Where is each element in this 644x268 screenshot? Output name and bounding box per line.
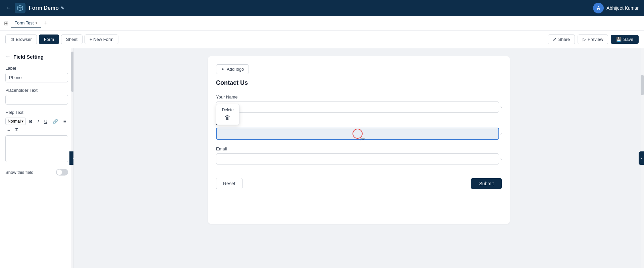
toolbar: ⊡ Browser Form Sheet + New Form ⤢ Share … <box>0 31 644 48</box>
avatar: A <box>593 3 604 13</box>
show-field-label: Show this field <box>5 170 34 175</box>
delete-popup-icon[interactable]: 🗑 <box>225 114 231 121</box>
cursor-pointer-icon: ☞ <box>360 136 365 143</box>
form-bottom: Reset Submit <box>216 178 502 189</box>
save-label: Save <box>623 37 633 42</box>
your-name-input[interactable] <box>216 102 499 113</box>
preview-label: Preview <box>588 37 603 42</box>
placeholder-section: Placeholder Text <box>5 88 68 110</box>
add-tab-button[interactable]: + <box>42 18 50 28</box>
toolbar-left: ⊡ Browser Form Sheet + New Form <box>5 35 118 44</box>
delete-popup: Delete 🗑 <box>216 104 239 125</box>
form-row-your-name: Your Name › <box>216 94 502 113</box>
form-title: Contact Us <box>216 79 502 86</box>
field-setting-header: ← Field Setting <box>5 54 68 60</box>
label-section: Label <box>5 66 68 88</box>
logo-icon: ✦ <box>221 67 225 72</box>
app-logo <box>15 3 25 13</box>
title-text: Form Demo <box>29 5 59 11</box>
tab-form-test[interactable]: Form Test ▾ <box>11 18 41 28</box>
submit-button[interactable]: Submit <box>471 178 502 189</box>
field-setting-title: Field Setting <box>13 54 44 60</box>
phone-arrow-icon[interactable]: › <box>500 131 502 136</box>
form-row-phone: Delete 🗑 Phone ☞ › <box>216 121 502 140</box>
label-input[interactable] <box>5 73 68 82</box>
toggle-thumb <box>57 170 62 175</box>
app-title: Form Demo ✎ <box>29 5 64 11</box>
save-icon: 💾 <box>616 37 622 42</box>
phone-label: Phone <box>216 121 502 126</box>
phone-input-wrap: ☞ › <box>216 128 502 140</box>
top-bar-right: A Abhijeet Kumar <box>593 3 639 13</box>
help-text-label: Help Text <box>5 110 68 115</box>
ordered-list-button[interactable]: ≡ <box>61 118 68 125</box>
canvas-scrollbar-thumb <box>641 75 644 95</box>
add-logo-button[interactable]: ✦ Add logo <box>216 64 249 74</box>
tab-bar: ⊞ Form Test ▾ + <box>0 16 644 31</box>
edit-title-icon[interactable]: ✎ <box>61 6 64 11</box>
italic-button[interactable]: I <box>36 118 41 125</box>
new-form-label: + New Form <box>90 37 113 42</box>
browser-button[interactable]: ⊡ Browser <box>5 35 37 44</box>
placeholder-field-label: Placeholder Text <box>5 88 68 93</box>
share-label: Share <box>558 37 570 42</box>
browser-label: Browser <box>16 37 32 42</box>
format-chevron-icon: ▾ <box>21 119 23 124</box>
left-sidebar: ← Field Setting Label Placeholder Text H… <box>0 48 74 268</box>
help-text-toolbar: Normal ▾ B I U 🔗 ≡ ≡ T̶ <box>5 118 68 133</box>
form-canvas: ✦ Add logo Contact Us Your Name › Delete… <box>74 48 644 268</box>
toolbar-right: ⤢ Share ▷ Preview 💾 Save <box>548 35 639 44</box>
top-bar-left: ← Form Demo ✎ <box>5 3 64 13</box>
help-text-section: Help Text Normal ▾ B I U 🔗 ≡ ≡ T̶ <box>5 110 68 163</box>
tab-label: Form Test <box>14 20 34 25</box>
preview-icon: ▷ <box>583 37 586 42</box>
email-arrow-icon[interactable]: › <box>500 157 502 161</box>
delete-popup-label: Delete <box>222 108 234 112</box>
new-form-button[interactable]: + New Form <box>85 35 118 44</box>
email-input[interactable] <box>216 153 499 164</box>
sidebar-scrollbar-thumb <box>71 52 74 92</box>
sidebar-collapse-handle[interactable]: ‹ <box>69 151 74 165</box>
form-button[interactable]: Form <box>39 35 59 44</box>
label-field-label: Label <box>5 66 68 71</box>
email-label: Email <box>216 146 502 151</box>
main-layout: ← Field Setting Label Placeholder Text H… <box>0 48 644 268</box>
placeholder-input[interactable] <box>5 95 68 105</box>
format-select-value: Normal <box>8 119 21 124</box>
bold-button[interactable]: B <box>27 118 34 125</box>
preview-button[interactable]: ▷ Preview <box>578 35 608 44</box>
unordered-list-button[interactable]: ≡ <box>5 126 12 133</box>
field-setting-back[interactable]: ← <box>5 54 11 60</box>
browser-icon: ⊡ <box>10 37 14 42</box>
underline-button[interactable]: U <box>42 118 49 125</box>
email-input-wrap: › <box>216 153 502 164</box>
form-panel: ✦ Add logo Contact Us Your Name › Delete… <box>208 56 510 224</box>
add-logo-label: Add logo <box>227 67 244 72</box>
grid-icon[interactable]: ⊞ <box>4 20 8 26</box>
right-panel-handle[interactable]: › <box>639 151 644 165</box>
show-field-row: Show this field <box>5 169 68 176</box>
sheet-label: Sheet <box>66 37 77 42</box>
your-name-input-wrap: › <box>216 102 502 113</box>
sheet-button[interactable]: Sheet <box>61 35 83 44</box>
your-name-label: Your Name <box>216 94 502 99</box>
clear-format-button[interactable]: T̶ <box>13 126 20 133</box>
form-row-email: Email › <box>216 146 502 164</box>
link-button[interactable]: 🔗 <box>51 118 60 125</box>
form-label: Form <box>44 37 54 42</box>
your-name-arrow-icon[interactable]: › <box>500 105 502 110</box>
back-button[interactable]: ← <box>5 5 11 12</box>
top-bar: ← Form Demo ✎ A Abhijeet Kumar <box>0 0 644 16</box>
share-button[interactable]: ⤢ Share <box>548 35 575 44</box>
save-button[interactable]: 💾 Save <box>611 35 639 44</box>
phone-field-container[interactable]: ☞ <box>216 128 499 140</box>
share-icon: ⤢ <box>553 37 556 42</box>
user-name: Abhijeet Kumar <box>606 5 639 11</box>
tab-chevron-icon[interactable]: ▾ <box>36 21 38 25</box>
help-text-area[interactable] <box>5 135 68 162</box>
show-field-toggle[interactable] <box>56 169 68 176</box>
reset-button[interactable]: Reset <box>216 178 243 189</box>
format-select[interactable]: Normal ▾ <box>5 118 26 125</box>
